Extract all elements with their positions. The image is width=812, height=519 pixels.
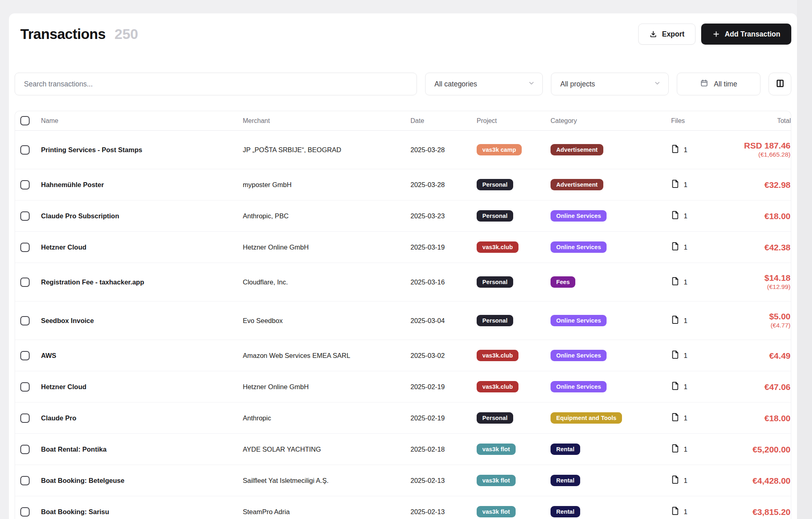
transaction-total: €18.00 — [728, 211, 791, 221]
table-row[interactable]: Boat Booking: Betelgeuse Sailfleet Yat I… — [15, 465, 791, 496]
column-header-files[interactable]: Files — [671, 117, 728, 125]
total-primary: $5.00 — [728, 311, 790, 321]
transaction-total: €3,815.20 — [728, 507, 791, 517]
category-badge: Advertisement — [551, 144, 603, 155]
row-checkbox[interactable] — [20, 351, 30, 360]
scrollbar-track[interactable] — [797, 0, 812, 519]
chevron-down-icon — [528, 80, 535, 89]
row-checkbox[interactable] — [20, 180, 30, 190]
table-row[interactable]: Hetzner Cloud Hetzner Online GmbH 2025-0… — [15, 371, 791, 403]
table-row[interactable]: Claude Pro Subscription Anthropic, PBC 2… — [15, 200, 791, 232]
row-checkbox[interactable] — [20, 211, 30, 221]
total-primary: €3,815.20 — [728, 507, 790, 517]
column-header-category[interactable]: Category — [551, 117, 671, 125]
column-header-name[interactable]: Name — [41, 117, 243, 125]
transaction-name: Hetzner Cloud — [41, 243, 243, 251]
category-badge: Online Services — [551, 350, 607, 361]
category-badge: Online Services — [551, 241, 607, 253]
table-header-row: Name Merchant Date Project Category File… — [15, 111, 791, 131]
table-row[interactable]: Boat Booking: Sarisu SteamPro Adria 2025… — [15, 496, 791, 519]
file-count: 1 — [684, 278, 687, 286]
categories-filter-value: All categories — [434, 80, 477, 88]
file-count: 1 — [684, 383, 687, 391]
transaction-total: €4,428.00 — [728, 476, 791, 486]
search-input[interactable] — [15, 73, 417, 95]
column-header-date[interactable]: Date — [410, 117, 477, 125]
category-badge: Rental — [551, 506, 580, 517]
transaction-total: $5.00 (€4.77) — [728, 311, 791, 330]
transaction-total: $14.18 (€12.99) — [728, 273, 791, 291]
project-badge: vas3k flot — [477, 506, 516, 517]
row-checkbox[interactable] — [20, 316, 30, 325]
file-icon — [671, 350, 679, 361]
category-badge: Online Services — [551, 315, 607, 326]
table-body: Printing Services - Post Stamps JP „POŠT… — [15, 131, 791, 519]
download-icon — [649, 30, 657, 38]
export-button[interactable]: Export — [638, 24, 695, 45]
page-header: Transactions 250 Export Add Transaction — [15, 22, 791, 46]
row-checkbox[interactable] — [20, 445, 30, 454]
column-header-merchant[interactable]: Merchant — [243, 117, 410, 125]
file-count: 1 — [684, 477, 687, 485]
transaction-merchant: Cloudflare, Inc. — [243, 278, 410, 286]
project-badge: Personal — [477, 276, 513, 288]
project-badge: Personal — [477, 412, 513, 424]
file-icon — [671, 179, 679, 190]
time-filter[interactable]: All time — [677, 73, 760, 95]
transaction-name: Claude Pro — [41, 414, 243, 422]
total-primary: €4,428.00 — [728, 476, 790, 486]
add-transaction-button-label: Add Transaction — [725, 30, 780, 39]
table-row[interactable]: Hahnemühle Poster myposter GmbH 2025-03-… — [15, 169, 791, 200]
table-row[interactable]: Claude Pro Anthropic 2025-02-19 Personal… — [15, 403, 791, 434]
transaction-merchant: Evo Seedbox — [243, 317, 410, 325]
total-secondary: (€1,665.28) — [728, 151, 790, 159]
transaction-name: Boat Rental: Pontika — [41, 446, 243, 453]
transaction-date: 2025-03-19 — [410, 243, 477, 251]
row-checkbox[interactable] — [20, 382, 30, 392]
file-icon — [671, 277, 679, 287]
total-primary: €47.06 — [728, 382, 790, 392]
transaction-total: €18.00 — [728, 413, 791, 423]
row-checkbox[interactable] — [20, 278, 30, 287]
table-row[interactable]: Seedbox Invoice Evo Seedbox 2025-03-04 P… — [15, 301, 791, 340]
file-count: 1 — [684, 446, 687, 453]
transaction-name: Boat Booking: Betelgeuse — [41, 477, 243, 485]
project-badge: vas3k.club — [477, 241, 518, 253]
file-icon — [671, 144, 679, 155]
table-row[interactable]: AWS Amazon Web Services EMEA SARL 2025-0… — [15, 340, 791, 371]
total-secondary: (€4.77) — [728, 321, 790, 330]
transaction-total: €47.06 — [728, 382, 791, 392]
columns-toggle-button[interactable] — [769, 73, 791, 95]
chevron-down-icon — [654, 80, 661, 89]
projects-filter[interactable]: All projects — [551, 73, 669, 95]
columns-icon — [775, 78, 785, 90]
table-row[interactable]: Registration Fee - taxhacker.app Cloudfl… — [15, 263, 791, 301]
add-transaction-button[interactable]: Add Transaction — [701, 24, 791, 45]
total-primary: RSD 187.46 — [728, 140, 790, 151]
row-checkbox[interactable] — [20, 476, 30, 485]
project-badge: vas3k.club — [477, 350, 518, 361]
transaction-merchant: Hetzner Online GmbH — [243, 383, 410, 391]
transaction-date: 2025-03-23 — [410, 212, 477, 220]
file-icon — [671, 211, 679, 221]
table-row[interactable]: Boat Rental: Pontika AYDE SOLAR YACHTING… — [15, 434, 791, 465]
row-checkbox[interactable] — [20, 413, 30, 423]
table-row[interactable]: Printing Services - Post Stamps JP „POŠT… — [15, 131, 791, 169]
row-checkbox[interactable] — [20, 507, 30, 517]
column-header-project[interactable]: Project — [477, 117, 551, 125]
table-row[interactable]: Hetzner Cloud Hetzner Online GmbH 2025-0… — [15, 232, 791, 263]
row-checkbox[interactable] — [20, 145, 30, 155]
transaction-name: Seedbox Invoice — [41, 317, 243, 325]
category-badge: Rental — [551, 475, 580, 486]
plus-icon — [712, 30, 720, 38]
file-count: 1 — [684, 352, 687, 360]
category-badge: Online Services — [551, 381, 607, 392]
column-header-total[interactable]: Total — [728, 117, 791, 125]
categories-filter[interactable]: All categories — [425, 73, 543, 95]
transaction-name: Printing Services - Post Stamps — [41, 146, 243, 154]
transaction-name: Registration Fee - taxhacker.app — [41, 278, 243, 286]
total-primary: €5,200.00 — [728, 444, 790, 454]
select-all-checkbox[interactable] — [20, 116, 30, 125]
transaction-merchant: AYDE SOLAR YACHTING — [243, 446, 410, 453]
row-checkbox[interactable] — [20, 243, 30, 252]
